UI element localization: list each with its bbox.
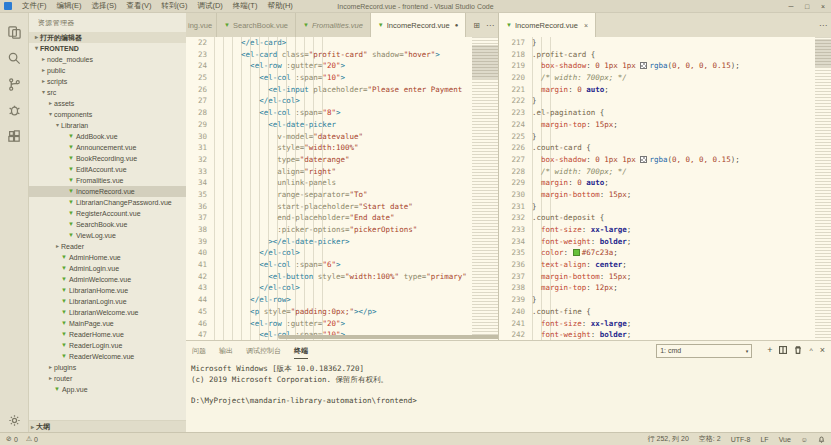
menu-item-selection[interactable]: 选择(S) [87,1,122,10]
settings-gear-icon[interactable] [2,407,26,433]
tree-item-src[interactable]: ▾src [29,87,186,98]
code-line[interactable]: 217} [499,37,831,49]
code-line[interactable]: 24 <el-row :gutter="20"> [186,60,498,72]
code-line[interactable]: 35 range-separator="To" [186,189,498,201]
tree-item-searchbook-vue[interactable]: ▼SearchBook.vue [29,219,186,230]
feedback-smiley-icon[interactable]: ☺ [801,436,808,443]
tree-item-addbook-vue[interactable]: ▼AddBook.vue [29,131,186,142]
tree-item-app-vue[interactable]: ▼App.vue [29,384,186,395]
terminal-content[interactable]: Microsoft Windows [版本 10.0.18362.720](c)… [186,360,831,433]
code-line[interactable]: 222} [499,95,831,107]
more-actions-icon[interactable]: ⋯ [486,21,494,30]
code-line[interactable]: 242 font-weight: bolder; [499,329,831,340]
tree-item-adminlogin-vue[interactable]: ▼AdminLogin.vue [29,263,186,274]
panel-tab-终端[interactable]: 终端 [294,343,308,359]
code-line[interactable]: 233 font-size: xx-large; [499,224,831,236]
debug-icon[interactable] [2,97,26,123]
code-line[interactable]: 218.profit-card { [499,49,831,61]
code-line[interactable]: 32 type="daterange" [186,154,498,166]
code-line[interactable]: 23 <el-card class="profit-card" shadow="… [186,49,498,61]
editor-pane-template[interactable]: 22 </el-card>23 <el-card class="profit-c… [186,37,499,340]
tab-searchbook-vue[interactable]: ▼SearchBook.vue [217,13,296,37]
tree-item-readerlogin-vue[interactable]: ▼ReaderLogin.vue [29,340,186,351]
code-line[interactable]: 45 <p style="padding:0px;"></p> [186,306,498,318]
minimap-slider[interactable] [815,39,831,67]
status-空格-2[interactable]: 空格: 2 [699,434,721,444]
tree-item-adminwelcome-vue[interactable]: ▼AdminWelcome.vue [29,274,186,285]
split-terminal-icon[interactable] [779,346,787,356]
tree-item-mainpage-vue[interactable]: ▼MainPage.vue [29,318,186,329]
new-terminal-icon[interactable]: + [767,346,772,355]
tree-item-registeraccount-vue[interactable]: ▼RegisterAccount.vue [29,208,186,219]
tree-item-incomerecord-vue[interactable]: ▼IncomeRecord.vue [29,186,186,197]
code-line[interactable]: 224 margin-top: 15px; [499,119,831,131]
tree-item-librarianchangepassword-vue[interactable]: ▼LibrarianChangePassword.vue [29,197,186,208]
notifications-bell-icon[interactable] [818,436,825,443]
code-line[interactable]: 46 <el-row :gutter="20"> [186,318,498,330]
menu-item-view[interactable]: 查看(V) [122,1,157,10]
code-line[interactable]: 38 :picker-options="pickerOptions" [186,224,498,236]
tree-item-readerhome-vue[interactable]: ▼ReaderHome.vue [29,329,186,340]
tree-item-librarianlogin-vue[interactable]: ▼LibrarianLogin.vue [29,296,186,307]
code-line[interactable]: 30 v-model="datevalue" [186,131,498,143]
code-line[interactable]: 29 <el-date-picker [186,119,498,131]
code-line[interactable]: 225} [499,131,831,143]
code-line[interactable]: 238 margin-top: 12px; [499,282,831,294]
tree-item-router[interactable]: ▸router [29,373,186,384]
code-line[interactable]: 39 ></el-date-picker> [186,236,498,248]
code-line[interactable]: 235 color: #67c23a; [499,247,831,259]
tree-item-reader[interactable]: ▸Reader [29,241,186,252]
code-line[interactable]: 27 </el-col> [186,95,498,107]
tree-item-librarian[interactable]: ▾Librarian [29,120,186,131]
editor-pane-styles[interactable]: 217}218.profit-card {219 box-shadow: 0 1… [499,37,831,340]
close-panel-icon[interactable]: × [820,346,825,355]
menu-item-go[interactable]: 转到(G) [157,1,193,10]
code-line[interactable]: 230 margin-bottom: 15px; [499,189,831,201]
code-line[interactable]: 34 unlink-panels [186,177,498,189]
menu-item-file[interactable]: 文件(F) [17,1,52,10]
tree-item-public[interactable]: ▸public [29,65,186,76]
code-line[interactable]: 221 margin: 0 auto; [499,84,831,96]
code-line[interactable]: 240.count-fine { [499,306,831,318]
code-line[interactable]: 25 <el-col :span="10"> [186,72,498,84]
code-line[interactable]: 28 <el-col :span="8"> [186,107,498,119]
code-line[interactable]: 36 start-placeholder="Start date" [186,201,498,213]
terminal-select[interactable]: 1: cmd ▾ [656,344,752,358]
minimap-slider[interactable] [472,45,498,79]
code-line[interactable]: 231} [499,201,831,213]
tree-item-plugins[interactable]: ▸plugins [29,362,186,373]
more-actions-icon[interactable]: ⋯ [819,21,827,30]
close-tab-icon[interactable]: × [584,22,588,29]
minimap[interactable] [815,37,831,340]
code-line[interactable]: 236 text-align: center; [499,259,831,271]
tab-ing-vue[interactable]: ing.vue [186,13,217,37]
code-line[interactable]: 44 </el-row> [186,294,498,306]
status-lf[interactable]: LF [760,436,768,443]
code-line[interactable]: 43 </el-col> [186,282,498,294]
menu-item-terminal[interactable]: 终端(T) [228,1,263,10]
code-line[interactable]: 31 style="width:100%" [186,142,498,154]
status-行-252-列-20[interactable]: 行 252, 列 20 [648,434,689,444]
errors-indicator[interactable]: ⊘ 0 [6,435,18,443]
minimap[interactable] [472,37,498,340]
panel-tab-问题[interactable]: 问题 [192,343,206,359]
code-line[interactable]: 232.count-deposit { [499,212,831,224]
tree-item-adminhome-vue[interactable]: ▼AdminHome.vue [29,252,186,263]
tree-item-librarianhome-vue[interactable]: ▼LibrarianHome.vue [29,285,186,296]
tree-item-frontend[interactable]: ▾FRONTEND [29,43,186,54]
maximize-panel-icon[interactable]: ^ [809,346,812,355]
search-icon[interactable] [2,45,26,71]
tree-item-bookrecording-vue[interactable]: ▼BookRecording.vue [29,153,186,164]
code-line[interactable]: 220 /* width: 700px; */ [499,72,831,84]
code-line[interactable]: 229 margin: 0 auto; [499,177,831,189]
tree-item-打开的编辑器[interactable]: ▸打开的编辑器 [29,32,186,43]
kill-terminal-trash-icon[interactable] [794,346,802,356]
code-line[interactable]: 22 </el-card> [186,37,498,49]
code-line[interactable]: 37 end-placeholder="End date" [186,212,498,224]
close-icon[interactable]: × [815,3,831,10]
tree-item-readerwelcome-vue[interactable]: ▼ReaderWelcome.vue [29,351,186,362]
code-line[interactable]: 33 align="right" [186,166,498,178]
tree-item-viewlog-vue[interactable]: ▼ViewLog.vue [29,230,186,241]
code-line[interactable]: 219 box-shadow: 0 1px 1px rgba(0, 0, 0, … [499,60,831,72]
explorer-icon[interactable] [2,19,26,45]
